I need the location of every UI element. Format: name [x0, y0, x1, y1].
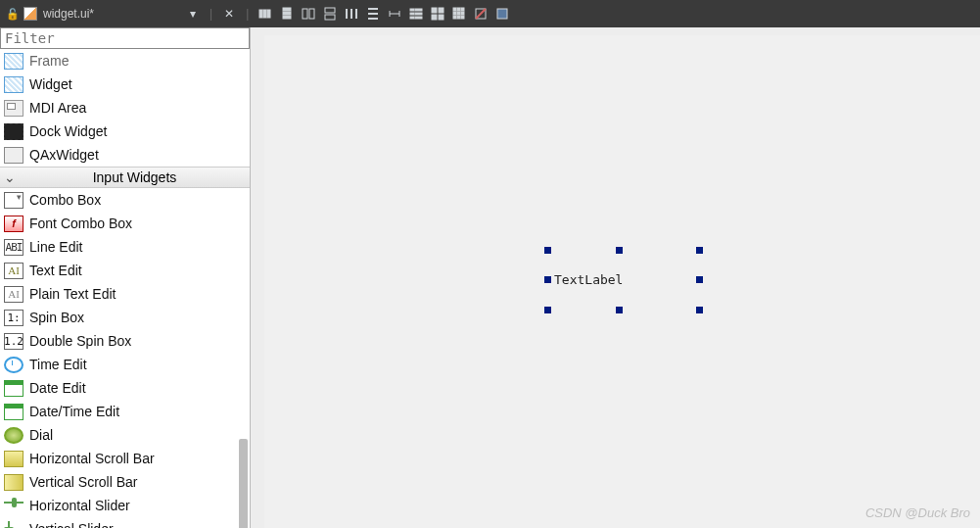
list-item[interactable]: 1:Spin Box	[0, 306, 250, 329]
list-item[interactable]: ABILine Edit	[0, 235, 250, 259]
combobox-icon	[4, 192, 23, 209]
resize-handle[interactable]	[616, 247, 623, 254]
layout-hbox-icon[interactable]	[341, 3, 362, 24]
svg-rect-19	[415, 13, 422, 15]
group-header-input-widgets[interactable]: ᠍⌄ Input Widgets	[0, 167, 250, 188]
svg-rect-20	[410, 17, 414, 19]
svg-rect-5	[283, 16, 291, 19]
group-label: Input Widgets	[20, 169, 250, 185]
list-item[interactable]: QAxWidget	[0, 143, 250, 167]
list-item[interactable]: Date Edit	[0, 376, 250, 400]
list-item-label: MDI Area	[29, 100, 86, 116]
resize-handle[interactable]	[696, 307, 703, 313]
list-item-label: Plain Text Edit	[29, 286, 116, 302]
list-item-label: Font Combo Box	[29, 216, 132, 231]
svg-rect-37	[497, 9, 507, 19]
svg-rect-1	[263, 10, 266, 18]
textedit-icon: AI	[4, 263, 23, 279]
list-item[interactable]: Dial	[0, 423, 250, 447]
title-bar: 🔓 widget.ui* ▾ | ✕ |	[0, 0, 980, 27]
list-item-label: Spin Box	[29, 310, 84, 325]
qaxwidget-icon	[4, 147, 23, 164]
dropdown-icon[interactable]: ▾	[182, 3, 204, 24]
break-layout-icon[interactable]	[470, 3, 491, 24]
resize-handle[interactable]	[544, 276, 551, 283]
filter-input[interactable]	[0, 27, 250, 49]
frame-icon	[4, 53, 23, 70]
layout-hspacer-icon[interactable]	[384, 3, 405, 24]
list-item[interactable]: Frame	[0, 49, 250, 72]
list-item-label: Vertical Slider	[29, 521, 114, 528]
svg-rect-3	[283, 8, 291, 11]
layout-vsplit-icon[interactable]	[319, 3, 341, 24]
hslider-icon	[4, 498, 23, 514]
svg-line-36	[476, 9, 486, 19]
svg-rect-2	[267, 10, 270, 18]
separator-icon: |	[210, 7, 212, 21]
list-item-label: Dial	[29, 427, 53, 443]
list-item[interactable]: Horizontal Slider	[0, 494, 250, 517]
spinbox-icon: 1:	[4, 310, 23, 326]
list-item-label: QAxWidget	[29, 147, 99, 163]
list-item[interactable]: AIPlain Text Edit	[0, 282, 250, 306]
list-item[interactable]: Vertical Scroll Bar	[0, 470, 250, 494]
layout-form-icon[interactable]	[405, 3, 427, 24]
list-item[interactable]: MDI Area	[0, 96, 250, 120]
list-item[interactable]: AIText Edit	[0, 259, 250, 282]
svg-rect-17	[415, 9, 422, 11]
list-item[interactable]: Date/Time Edit	[0, 400, 250, 423]
list-item[interactable]: Widget	[0, 72, 250, 96]
svg-rect-29	[453, 12, 456, 15]
sidebar-scrollbar[interactable]	[239, 439, 248, 528]
layout-h-icon[interactable]	[255, 3, 276, 24]
lineedit-icon: ABI	[4, 239, 23, 256]
layout-v-icon[interactable]	[276, 3, 298, 24]
list-item[interactable]: Dock Widget	[0, 120, 250, 143]
file-name: widget.ui*	[43, 7, 94, 21]
svg-rect-21	[415, 17, 422, 19]
list-item-label: Line Edit	[29, 239, 82, 255]
dial-icon	[4, 427, 23, 444]
layout-grid2-icon[interactable]	[427, 3, 448, 24]
list-item[interactable]: Horizontal Scroll Bar	[0, 447, 250, 470]
resize-handle[interactable]	[616, 307, 623, 313]
watermark: CSDN @Duck Bro	[865, 505, 970, 520]
close-icon[interactable]: ✕	[218, 3, 240, 24]
svg-rect-8	[325, 8, 335, 13]
svg-rect-7	[309, 9, 314, 19]
list-item[interactable]: Combo Box	[0, 188, 250, 212]
resize-handle[interactable]	[544, 247, 551, 254]
datetimeedit-icon	[4, 404, 23, 420]
svg-rect-25	[439, 15, 443, 20]
form-canvas[interactable]: TextLabel	[264, 35, 980, 528]
layout-grid3-icon[interactable]	[448, 3, 470, 24]
list-item-label: Double Spin Box	[29, 333, 131, 349]
widget-icon	[4, 76, 23, 93]
list-item[interactable]: fFont Combo Box	[0, 212, 250, 235]
svg-rect-30	[457, 12, 460, 15]
svg-rect-9	[325, 15, 335, 20]
dockwidget-icon	[4, 123, 23, 140]
layout-vbox-icon[interactable]	[362, 3, 384, 24]
resize-handle[interactable]	[696, 276, 703, 283]
doublespinbox-icon: 1.2	[4, 333, 23, 350]
selected-widget[interactable]: TextLabel	[548, 251, 699, 310]
vscrollbar-icon	[4, 474, 23, 491]
mdiarea-icon	[4, 100, 23, 117]
dateedit-icon	[4, 380, 23, 397]
vslider-icon	[4, 521, 23, 529]
layout-hsplit-icon[interactable]	[298, 3, 319, 24]
adjust-size-icon[interactable]	[491, 3, 513, 24]
list-item[interactable]: 1.2Double Spin Box	[0, 329, 250, 353]
widget-list: Frame Widget MDI Area Dock Widget QAxWid…	[0, 49, 250, 528]
svg-rect-4	[283, 12, 291, 15]
svg-rect-24	[432, 15, 437, 20]
list-item-label: Date/Time Edit	[29, 404, 119, 419]
svg-rect-22	[432, 8, 437, 13]
widget-box: Frame Widget MDI Area Dock Widget QAxWid…	[0, 27, 251, 528]
list-item[interactable]: Time Edit	[0, 353, 250, 376]
resize-handle[interactable]	[696, 247, 703, 254]
list-item[interactable]: Vertical Slider	[0, 517, 250, 528]
resize-handle[interactable]	[544, 307, 551, 313]
timeedit-icon	[4, 357, 23, 373]
